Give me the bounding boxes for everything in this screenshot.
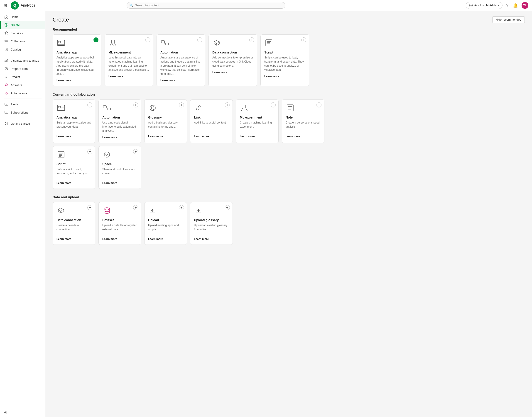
favorites-icon: [4, 31, 8, 35]
card-add-ml-experiment[interactable]: +: [145, 37, 151, 42]
card-data-connection-2[interactable]: + Data connection Create a new data conn…: [53, 202, 95, 245]
sidebar: Home Create Favorites Collections Catalo…: [0, 11, 45, 417]
collapse-sidebar-button[interactable]: ◀: [4, 410, 6, 414]
card-automation-2[interactable]: + Automation Use a no-code visual interf…: [98, 100, 141, 143]
card-learn-more[interactable]: Learn more: [240, 135, 255, 138]
card-learn-more[interactable]: Learn more: [286, 135, 300, 138]
sidebar-item-create[interactable]: Create: [0, 21, 45, 29]
card-name: Note: [286, 115, 321, 119]
card-learn-more[interactable]: Learn more: [148, 238, 163, 241]
card-learn-more[interactable]: Learn more: [160, 79, 175, 82]
svg-rect-13: [5, 103, 8, 105]
card-link[interactable]: + Link Add links to useful content. Lear…: [190, 100, 233, 143]
svg-rect-5: [5, 40, 8, 41]
page-title: Create: [53, 17, 69, 23]
card-learn-more[interactable]: Learn more: [56, 79, 71, 82]
search-bar[interactable]: 🔍: [127, 2, 285, 9]
card-glossary[interactable]: + Glossary Add a business glossary conta…: [144, 100, 187, 143]
card-learn-more[interactable]: Learn more: [102, 182, 117, 185]
card-desc: Upload a data file or register external …: [102, 223, 137, 235]
card-add-btn[interactable]: +: [87, 149, 92, 154]
card-desc: Upload existing apps and scripts.: [148, 223, 183, 235]
sidebar-item-collections[interactable]: Collections: [0, 37, 45, 45]
sidebar-item-favorites[interactable]: Favorites: [0, 29, 45, 37]
card-add-btn[interactable]: +: [225, 205, 230, 210]
sidebar-item-predict[interactable]: Predict: [0, 73, 45, 81]
ml-experiment-2-icon: [240, 103, 249, 112]
grid-icon[interactable]: ⊞: [4, 3, 7, 8]
svg-rect-23: [57, 105, 65, 111]
card-space[interactable]: + Space Share and control access to cont…: [98, 146, 141, 189]
card-add-btn[interactable]: +: [179, 103, 184, 107]
card-name: Analytics app: [56, 115, 91, 119]
notifications-button[interactable]: 🔔: [512, 2, 519, 9]
card-add-btn[interactable]: +: [179, 205, 184, 210]
recommended-section: Recommended + Analytics app Analytics ap…: [53, 27, 525, 86]
help-button[interactable]: ?: [505, 2, 509, 9]
catalog-icon: [4, 47, 8, 52]
card-desc: Automations are a sequence of actions an…: [160, 55, 201, 76]
automations-icon: [4, 91, 8, 95]
sidebar-item-prepare[interactable]: Prepare data: [0, 65, 45, 73]
hide-recommended-button[interactable]: Hide recommended: [492, 16, 525, 23]
card-script[interactable]: + Script Scripts can be used to load, tr…: [261, 34, 309, 86]
card-desc: Analytics apps are purpose-built applica…: [56, 55, 98, 76]
card-add-btn[interactable]: +: [133, 205, 138, 210]
card-learn-more[interactable]: Learn more: [56, 238, 71, 241]
card-desc: Build a script to load, transform, and e…: [56, 167, 91, 178]
card-dataset[interactable]: + Dataset Upload a data file or register…: [98, 202, 141, 245]
card-add-analytics-app[interactable]: +: [93, 37, 98, 42]
card-add-btn[interactable]: +: [225, 103, 230, 107]
data-connection-icon: [212, 38, 221, 47]
card-learn-more[interactable]: Learn more: [56, 182, 71, 185]
card-analytics-app[interactable]: + Analytics app Analytics apps are purpo…: [53, 34, 101, 86]
card-learn-more[interactable]: Learn more: [212, 71, 227, 74]
card-add-btn[interactable]: +: [271, 103, 276, 107]
card-add-btn[interactable]: +: [133, 149, 138, 154]
card-learn-more[interactable]: Learn more: [194, 238, 209, 241]
card-desc: Build an app to visualize and present yo…: [56, 121, 91, 132]
card-learn-more[interactable]: Learn more: [56, 135, 71, 138]
card-add-btn[interactable]: +: [87, 205, 92, 210]
sidebar-item-alerts[interactable]: Alerts: [0, 100, 45, 108]
card-learn-more[interactable]: Learn more: [148, 135, 163, 138]
sidebar-item-automations[interactable]: Automations: [0, 89, 45, 97]
card-learn-more[interactable]: Learn more: [102, 136, 117, 139]
logo[interactable]: Q Analytics: [11, 1, 35, 10]
card-add-btn[interactable]: +: [87, 103, 92, 107]
card-note[interactable]: + Note Create a personal or shared analy…: [282, 100, 325, 143]
card-name: Data connection: [56, 218, 91, 222]
card-add-script[interactable]: +: [301, 37, 306, 42]
card-ml-experiment-2[interactable]: + ML experiment Create a machine learnin…: [236, 100, 279, 143]
card-add-btn[interactable]: +: [133, 103, 138, 107]
card-add-data-connection[interactable]: +: [249, 37, 254, 42]
card-learn-more[interactable]: Learn more: [102, 238, 117, 241]
card-ml-experiment[interactable]: + ML experiment Load historical data int…: [105, 34, 153, 86]
avatar[interactable]: TL: [521, 2, 528, 9]
card-automation[interactable]: + Automation Automations are a sequence …: [157, 34, 205, 86]
content-collaboration-section: Content and collaboration + Analytics ap…: [53, 93, 525, 189]
card-learn-more[interactable]: Learn more: [109, 75, 123, 78]
sidebar-item-getting-started[interactable]: Getting started: [0, 119, 45, 128]
svg-rect-6: [5, 42, 8, 42]
sidebar-item-catalog[interactable]: Catalog: [0, 45, 45, 53]
sidebar-item-home[interactable]: Home: [0, 13, 45, 21]
card-learn-more[interactable]: Learn more: [194, 135, 209, 138]
card-name: ML experiment: [240, 115, 275, 119]
card-analytics-app-2[interactable]: + Analytics app Build an app to visualiz…: [53, 100, 95, 143]
sidebar-item-visualize[interactable]: Visualize and analyze: [0, 56, 45, 65]
search-input[interactable]: [127, 2, 285, 9]
card-data-connection[interactable]: + Data connection Add connections to on-…: [208, 34, 257, 86]
svg-point-2: [469, 4, 473, 7]
card-learn-more[interactable]: Learn more: [264, 75, 279, 78]
collections-icon: [4, 39, 8, 43]
sidebar-item-answers[interactable]: Answers: [0, 81, 45, 89]
card-add-btn[interactable]: +: [316, 103, 321, 107]
sidebar-nav: Home Create Favorites Collections Catalo…: [0, 11, 45, 407]
card-add-automation[interactable]: +: [197, 37, 202, 42]
card-script-2[interactable]: + Script Build a script to load, transfo…: [53, 146, 95, 189]
sidebar-item-subscriptions[interactable]: Subscriptions: [0, 108, 45, 116]
ask-insight-advisor-button[interactable]: Ask Insight Advisor: [466, 2, 502, 9]
card-upload-glossary[interactable]: + Upload glossary Upload an existing glo…: [190, 202, 233, 245]
card-upload[interactable]: + Upload Upload existing apps and script…: [144, 202, 187, 245]
